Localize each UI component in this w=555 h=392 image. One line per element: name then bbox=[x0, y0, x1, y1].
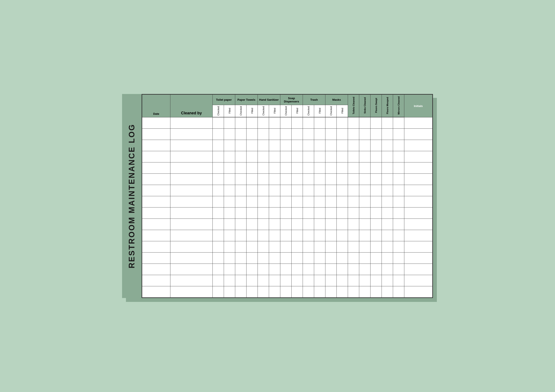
table-cell[interactable] bbox=[348, 241, 359, 252]
table-cell[interactable] bbox=[292, 207, 303, 219]
table-cell[interactable] bbox=[292, 275, 303, 286]
table-cell[interactable] bbox=[280, 219, 292, 230]
table-cell[interactable] bbox=[359, 196, 371, 207]
table-cell[interactable] bbox=[314, 241, 325, 252]
table-cell[interactable] bbox=[404, 230, 432, 241]
table-cell[interactable] bbox=[292, 151, 303, 162]
table-cell[interactable] bbox=[170, 185, 213, 196]
table-cell[interactable] bbox=[224, 207, 235, 219]
table-cell[interactable] bbox=[258, 173, 269, 185]
table-cell[interactable] bbox=[337, 286, 348, 297]
table-cell[interactable] bbox=[359, 207, 371, 219]
table-cell[interactable] bbox=[348, 252, 359, 264]
table-cell[interactable] bbox=[142, 151, 170, 162]
table-cell[interactable] bbox=[269, 151, 280, 162]
table-cell[interactable] bbox=[170, 286, 213, 297]
table-cell[interactable] bbox=[292, 196, 303, 207]
table-cell[interactable] bbox=[142, 241, 170, 252]
table-cell[interactable] bbox=[325, 207, 337, 219]
table-cell[interactable] bbox=[247, 140, 258, 151]
table-cell[interactable] bbox=[280, 252, 292, 264]
table-cell[interactable] bbox=[348, 275, 359, 286]
table-cell[interactable] bbox=[269, 219, 280, 230]
table-cell[interactable] bbox=[393, 128, 404, 140]
table-cell[interactable] bbox=[258, 230, 269, 241]
table-row[interactable] bbox=[142, 196, 432, 207]
table-cell[interactable] bbox=[224, 140, 235, 151]
table-cell[interactable] bbox=[213, 173, 224, 185]
table-cell[interactable] bbox=[359, 219, 371, 230]
table-cell[interactable] bbox=[303, 128, 314, 140]
table-cell[interactable] bbox=[303, 252, 314, 264]
table-cell[interactable] bbox=[235, 252, 247, 264]
table-cell[interactable] bbox=[213, 219, 224, 230]
table-cell[interactable] bbox=[292, 128, 303, 140]
table-cell[interactable] bbox=[359, 286, 371, 297]
table-cell[interactable] bbox=[337, 151, 348, 162]
table-cell[interactable] bbox=[269, 241, 280, 252]
table-cell[interactable] bbox=[258, 241, 269, 252]
table-cell[interactable] bbox=[280, 275, 292, 286]
table-cell[interactable] bbox=[325, 219, 337, 230]
table-cell[interactable] bbox=[359, 117, 371, 128]
table-cell[interactable] bbox=[382, 252, 393, 264]
table-cell[interactable] bbox=[325, 252, 337, 264]
table-cell[interactable] bbox=[325, 196, 337, 207]
table-row[interactable] bbox=[142, 252, 432, 264]
table-cell[interactable] bbox=[404, 219, 432, 230]
table-cell[interactable] bbox=[213, 286, 224, 297]
table-cell[interactable] bbox=[235, 286, 247, 297]
table-cell[interactable] bbox=[170, 151, 213, 162]
table-cell[interactable] bbox=[280, 196, 292, 207]
table-cell[interactable] bbox=[404, 151, 432, 162]
table-cell[interactable] bbox=[303, 219, 314, 230]
table-cell[interactable] bbox=[382, 219, 393, 230]
table-cell[interactable] bbox=[247, 286, 258, 297]
table-cell[interactable] bbox=[247, 128, 258, 140]
table-cell[interactable] bbox=[247, 264, 258, 275]
table-cell[interactable] bbox=[280, 241, 292, 252]
table-cell[interactable] bbox=[359, 275, 371, 286]
table-cell[interactable] bbox=[142, 117, 170, 128]
table-cell[interactable] bbox=[280, 128, 292, 140]
table-cell[interactable] bbox=[258, 185, 269, 196]
table-cell[interactable] bbox=[269, 230, 280, 241]
table-cell[interactable] bbox=[224, 117, 235, 128]
table-cell[interactable] bbox=[314, 230, 325, 241]
table-cell[interactable] bbox=[314, 173, 325, 185]
table-cell[interactable] bbox=[404, 140, 432, 151]
table-cell[interactable] bbox=[404, 185, 432, 196]
table-cell[interactable] bbox=[170, 196, 213, 207]
table-cell[interactable] bbox=[224, 286, 235, 297]
table-row[interactable] bbox=[142, 219, 432, 230]
table-cell[interactable] bbox=[235, 196, 247, 207]
table-cell[interactable] bbox=[280, 117, 292, 128]
table-cell[interactable] bbox=[393, 162, 404, 173]
table-cell[interactable] bbox=[258, 117, 269, 128]
table-cell[interactable] bbox=[337, 275, 348, 286]
table-cell[interactable] bbox=[280, 264, 292, 275]
table-cell[interactable] bbox=[348, 230, 359, 241]
table-cell[interactable] bbox=[314, 219, 325, 230]
table-cell[interactable] bbox=[337, 230, 348, 241]
table-cell[interactable] bbox=[337, 162, 348, 173]
table-row[interactable] bbox=[142, 173, 432, 185]
table-cell[interactable] bbox=[280, 140, 292, 151]
table-cell[interactable] bbox=[224, 264, 235, 275]
table-cell[interactable] bbox=[224, 162, 235, 173]
table-cell[interactable] bbox=[292, 219, 303, 230]
table-cell[interactable] bbox=[404, 173, 432, 185]
table-cell[interactable] bbox=[393, 264, 404, 275]
table-cell[interactable] bbox=[404, 252, 432, 264]
table-cell[interactable] bbox=[235, 128, 247, 140]
table-cell[interactable] bbox=[247, 151, 258, 162]
table-cell[interactable] bbox=[325, 128, 337, 140]
table-cell[interactable] bbox=[314, 264, 325, 275]
table-cell[interactable] bbox=[170, 252, 213, 264]
table-cell[interactable] bbox=[337, 140, 348, 151]
table-cell[interactable] bbox=[280, 151, 292, 162]
table-cell[interactable] bbox=[303, 117, 314, 128]
table-cell[interactable] bbox=[142, 128, 170, 140]
table-cell[interactable] bbox=[280, 286, 292, 297]
table-cell[interactable] bbox=[359, 252, 371, 264]
